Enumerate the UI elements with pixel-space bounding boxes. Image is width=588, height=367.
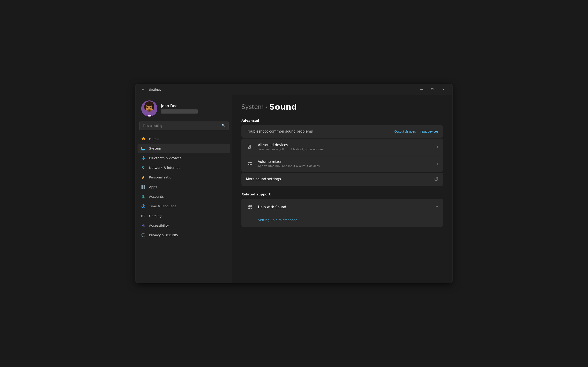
svg-point-24 [144,216,145,217]
svg-point-37 [248,205,252,209]
svg-rect-15 [144,185,145,187]
svg-rect-14 [141,185,143,187]
svg-point-38 [249,205,251,209]
window-controls: — ❐ ✕ [416,86,449,93]
minimize-button[interactable]: — [416,86,426,93]
more-sound-title: More sound settings [246,177,434,181]
sidebar-item-gaming[interactable]: Gaming [138,211,230,221]
sidebar-item-bluetooth[interactable]: Bluetooth & devices [138,153,230,163]
user-info: John Doe [161,104,198,114]
search-icon: 🔍 [221,124,226,128]
svg-point-25 [143,224,144,225]
microphone-setup-link[interactable]: Setting up a microphone [258,217,439,223]
titlebar-left: ← Settings [139,86,413,93]
svg-rect-12 [142,150,145,150]
search-box: 🔍 [139,121,229,130]
troubleshoot-row: Troubleshoot common sound problems Outpu… [242,125,443,138]
sidebar-item-label-system: System [149,147,161,150]
svg-point-4 [145,101,153,106]
main-content: System › Sound Advanced Troubleshoot com… [232,95,452,283]
user-section: John Doe [136,95,232,121]
breadcrumb: System › Sound [242,102,443,111]
avatar-image [141,100,157,117]
maximize-button[interactable]: ❐ [427,86,438,93]
sidebar-item-time[interactable]: Time & language [138,201,230,211]
personalization-icon [141,175,146,180]
back-button[interactable]: ← [139,86,147,93]
sidebar-item-label-gaming: Gaming [149,214,162,218]
chevron-right-icon: › [437,145,439,149]
sidebar-item-label-accounts: Accounts [149,195,164,198]
sidebar-item-system[interactable]: System [138,144,230,153]
chevron-right-icon-2: › [437,161,439,166]
nav-list: Home System [136,134,232,240]
mixer-icon [246,159,254,168]
sidebar-item-label-privacy: Privacy & security [149,233,178,237]
troubleshoot-text: Troubleshoot common sound problems [246,129,394,133]
apps-icon [141,184,146,190]
content-area: John Doe 🔍 Home [136,95,452,283]
sidebar-item-personalization[interactable]: Personalization [138,173,230,182]
all-sound-devices-title: All sound devices [258,143,437,147]
output-devices-link[interactable]: Output devices [394,130,416,133]
svg-point-35 [249,164,250,165]
more-sound-text: More sound settings [246,177,434,182]
sidebar-item-apps[interactable]: Apps [138,182,230,192]
advanced-section-label: Advanced [242,119,443,123]
titlebar: ← Settings — ❐ ✕ [136,84,452,95]
help-header[interactable]: Help with Sound ⌃ [242,199,443,215]
help-title: Help with Sound [258,205,435,209]
input-devices-link[interactable]: Input devices [420,130,439,133]
svg-rect-17 [144,187,145,189]
time-icon [141,204,146,209]
bluetooth-icon [141,156,146,161]
svg-point-8 [150,107,152,108]
home-icon [141,136,146,141]
sidebar-item-accounts[interactable]: Accounts [138,192,230,201]
sidebar-item-label-apps: Apps [149,185,157,189]
advanced-cards: All sound devices Turn devices on/off, t… [242,139,443,172]
sidebar-item-label-accessibility: Accessibility [149,224,169,227]
sidebar-item-privacy[interactable]: Privacy & security [138,230,230,240]
close-button[interactable]: ✕ [438,86,449,93]
svg-point-5 [144,104,147,110]
svg-rect-11 [143,150,144,150]
svg-rect-10 [141,147,145,150]
troubleshoot-actions: Output devices Input devices [394,130,439,133]
sidebar-item-label-personalization: Personalization [149,175,173,179]
all-sound-devices-row[interactable]: All sound devices Turn devices on/off, t… [242,139,443,155]
titlebar-title: Settings [149,88,161,91]
svg-point-23 [144,216,144,216]
more-sound-row[interactable]: More sound settings [242,173,443,186]
svg-rect-16 [141,187,143,189]
help-card: Help with Sound ⌃ Setting up a microphon… [242,199,443,227]
system-icon [141,146,146,151]
svg-point-6 [152,104,154,110]
more-sound-card: More sound settings [242,173,443,186]
sidebar-item-network[interactable]: Network & internet [138,163,230,173]
volume-mixer-title: Volume mixer [258,160,437,164]
svg-point-28 [249,147,250,148]
search-input[interactable] [139,121,229,130]
external-link-icon [434,177,439,182]
volume-mixer-row[interactable]: Volume mixer App volume mix, app input &… [242,155,443,172]
svg-point-32 [250,162,251,163]
sidebar-item-label-time: Time & language [149,204,176,208]
sidebar-item-label-bluetooth: Bluetooth & devices [149,156,182,160]
breadcrumb-current: Sound [269,102,297,111]
sidebar-item-label-home: Home [149,137,158,141]
sidebar: John Doe 🔍 Home [136,95,232,283]
svg-point-7 [147,107,148,108]
help-globe-icon [246,203,254,211]
sidebar-item-accessibility[interactable]: Accessibility [138,221,230,230]
user-name: John Doe [161,104,198,108]
sidebar-item-home[interactable]: Home [138,134,230,144]
avatar[interactable] [141,100,157,117]
svg-point-9 [147,109,152,112]
svg-rect-29 [249,145,250,146]
network-icon [141,165,146,170]
breadcrumb-parent[interactable]: System [242,103,264,110]
user-account-bar [161,109,198,114]
svg-point-13 [143,169,144,169]
volume-mixer-subtitle: App volume mix, app input & output devic… [258,165,437,168]
